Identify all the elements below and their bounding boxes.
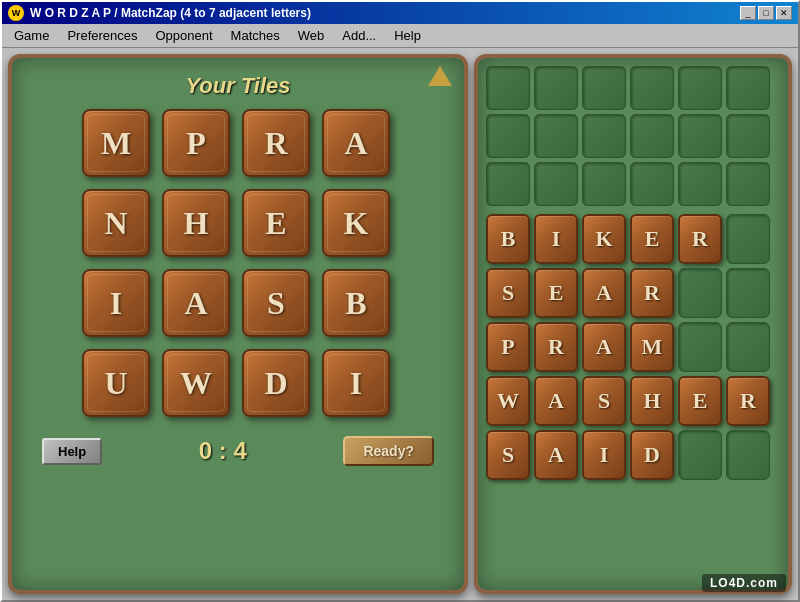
window-title: W O R D Z A P / MatchZap (4 to 7 adjacen… [30,6,311,20]
empty-tile [678,114,722,158]
word-row-sear: S E A R [486,268,780,318]
tile-h[interactable]: H [162,189,230,257]
word-rows-section: B I K E R S E A [486,214,780,480]
word-tile-m[interactable]: M [630,322,674,372]
empty-tile [726,66,770,110]
app-icon: W [8,5,24,21]
empty-tile [486,66,530,110]
title-bar-text: W W O R D Z A P / MatchZap (4 to 7 adjac… [8,5,311,21]
word-row-pram: P R A M [486,322,780,372]
menu-help[interactable]: Help [386,26,429,45]
empty-row-2 [486,114,780,158]
word-row-said: S A I D [486,430,780,480]
empty-tile [630,66,674,110]
tile-d[interactable]: D [242,349,310,417]
word-tile-a[interactable]: A [582,268,626,318]
title-bar: W W O R D Z A P / MatchZap (4 to 7 adjac… [2,2,798,24]
word-tile-empty [726,268,770,318]
word-tile-r2[interactable]: R [630,268,674,318]
empty-tile [582,66,626,110]
word-tiles-washer: W A S H E R [486,376,770,426]
word-row-washer: W A S H E R [486,376,780,426]
minimize-button[interactable]: _ [740,6,756,20]
tile-a2[interactable]: A [162,269,230,337]
word-tile-i[interactable]: I [534,214,578,264]
word-tile-empty [678,268,722,318]
word-tile-empty [678,322,722,372]
word-tiles-pram: P R A M [486,322,674,372]
menu-add[interactable]: Add... [334,26,384,45]
menu-game[interactable]: Game [6,26,57,45]
word-tile-k[interactable]: K [582,214,626,264]
word-tile-w[interactable]: W [486,376,530,426]
word-tile-s[interactable]: S [486,268,530,318]
word-tile-e2[interactable]: E [534,268,578,318]
word-tile-d[interactable]: D [630,430,674,480]
menu-matches[interactable]: Matches [223,26,288,45]
word-tile-r4[interactable]: R [726,376,770,426]
word-row-biker: B I K E R [486,214,780,264]
word-tile-empty [726,214,770,264]
word-tile-a3[interactable]: A [534,376,578,426]
main-content: Your Tiles M P R A N H E K I A S [2,48,798,600]
tile-a1[interactable]: A [322,109,390,177]
empty-tile [582,162,626,206]
empty-tile [486,162,530,206]
tiles-grid: M P R A N H E K I A S B U W [82,109,394,421]
menu-opponent[interactable]: Opponent [148,26,221,45]
tile-r[interactable]: R [242,109,310,177]
tile-i[interactable]: I [82,269,150,337]
watermark: LO4D.com [702,574,786,592]
empty-tile [582,114,626,158]
word-tile-empty [678,430,722,480]
tile-k[interactable]: K [322,189,390,257]
word-tile-a4[interactable]: A [534,430,578,480]
tile-e[interactable]: E [242,189,310,257]
menu-bar: Game Preferences Opponent Matches Web Ad… [2,24,798,48]
score-display: 0 : 4 [199,437,247,465]
empty-tile [726,162,770,206]
word-tiles-said: S A I D [486,430,674,480]
word-tile-empty [726,322,770,372]
empty-tile [486,114,530,158]
empty-tile [630,114,674,158]
tile-n[interactable]: N [82,189,150,257]
word-tile-e[interactable]: E [630,214,674,264]
word-tiles-sear: S E A R [486,268,674,318]
tile-s[interactable]: S [242,269,310,337]
word-tile-r3[interactable]: R [534,322,578,372]
word-tile-e3[interactable]: E [678,376,722,426]
score-area: Help 0 : 4 Ready? [22,436,454,466]
word-tiles-biker: B I K E R [486,214,722,264]
word-tile-b[interactable]: B [486,214,530,264]
word-tile-s3[interactable]: S [486,430,530,480]
word-tile-p2[interactable]: P [486,322,530,372]
help-button[interactable]: Help [42,438,102,465]
tile-w[interactable]: W [162,349,230,417]
left-panel: Your Tiles M P R A N H E K I A S [8,54,468,594]
maximize-button[interactable]: □ [758,6,774,20]
tile-u[interactable]: U [82,349,150,417]
right-panel: B I K E R S E A [474,54,792,594]
word-tile-empty [726,430,770,480]
word-tile-r[interactable]: R [678,214,722,264]
tile-i2[interactable]: I [322,349,390,417]
tile-m[interactable]: M [82,109,150,177]
empty-tile [534,162,578,206]
word-tile-a2[interactable]: A [582,322,626,372]
word-tile-i2[interactable]: I [582,430,626,480]
menu-web[interactable]: Web [290,26,333,45]
empty-tile [678,162,722,206]
window-controls: _ □ ✕ [740,6,792,20]
menu-preferences[interactable]: Preferences [59,26,145,45]
corner-decoration [428,66,452,86]
empty-tile [534,66,578,110]
tile-p[interactable]: P [162,109,230,177]
ready-button[interactable]: Ready? [343,436,434,466]
empty-row-1 [486,66,780,110]
word-tile-s2[interactable]: S [582,376,626,426]
empty-tile [678,66,722,110]
tile-b[interactable]: B [322,269,390,337]
word-tile-h[interactable]: H [630,376,674,426]
close-button[interactable]: ✕ [776,6,792,20]
